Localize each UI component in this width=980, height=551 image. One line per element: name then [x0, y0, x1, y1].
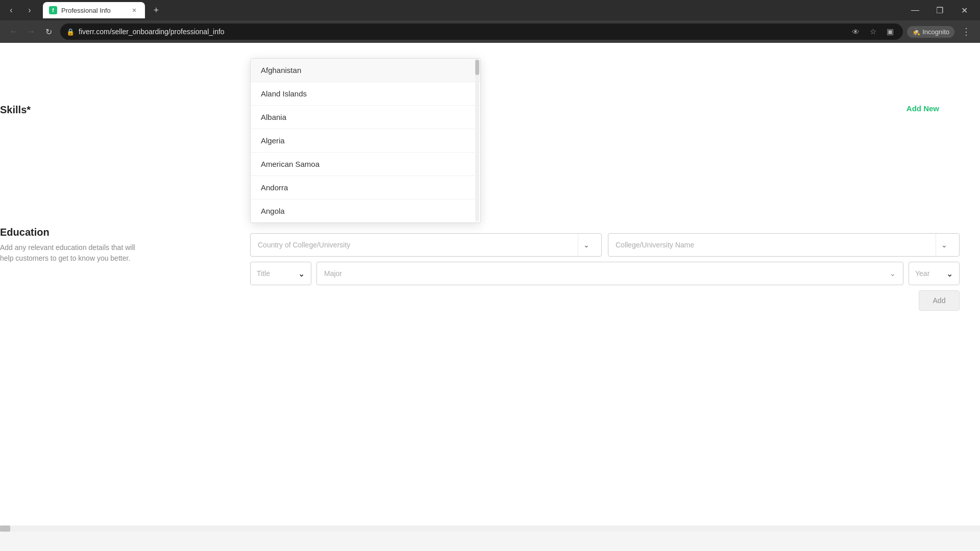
nav-back-tab[interactable]: ‹ — [4, 3, 18, 17]
country-item-andorra[interactable]: Andorra — [251, 176, 480, 199]
title-chevron-icon: ⌄ — [298, 269, 305, 279]
country-dropdown-placeholder: Country of College/University — [258, 241, 578, 249]
country-item-algeria[interactable]: Algeria — [251, 129, 480, 153]
address-bar[interactable]: 🔒 fiverr.com/seller_onboarding/professio… — [60, 23, 903, 40]
university-dropdown-chevron: ⌄ — [936, 234, 952, 256]
address-icons: 👁 ☆ ▣ — [849, 25, 897, 38]
page-content: Skills* Add New Education Add any releva… — [0, 43, 980, 532]
title-placeholder: Title — [257, 269, 294, 278]
close-button[interactable]: ✕ — [952, 2, 976, 18]
forward-button[interactable]: → — [23, 24, 39, 39]
country-item-angola[interactable]: Angola — [251, 199, 480, 222]
university-placeholder: College/University Name — [616, 241, 936, 249]
major-dropdown-chevron: ⌄ — [890, 269, 896, 278]
address-text: fiverr.com/seller_onboarding/professiona… — [79, 28, 845, 36]
major-input[interactable]: Major ⌄ — [316, 262, 903, 285]
browser-chrome: ‹ › f Professional Info × + — ❐ ✕ ← → ↻ … — [0, 0, 980, 43]
year-select[interactable]: Year ⌄ — [909, 262, 960, 285]
address-bar-row: ← → ↻ 🔒 fiverr.com/seller_onboarding/pro… — [0, 20, 980, 43]
incognito-badge[interactable]: 🕵 Incognito — [907, 26, 954, 38]
country-item-american-samoa[interactable]: American Samoa — [251, 153, 480, 176]
tab-close-button[interactable]: × — [130, 6, 139, 15]
browser-menu-button[interactable]: ⋮ — [959, 24, 974, 39]
add-new-button[interactable]: Add New — [906, 104, 939, 113]
window-controls-right: — ❐ ✕ — [903, 2, 976, 18]
active-tab[interactable]: f Professional Info × — [43, 2, 145, 18]
incognito-label: Incognito — [922, 28, 949, 36]
eye-off-icon[interactable]: 👁 — [849, 25, 862, 38]
education-title: Education — [0, 227, 143, 238]
nav-forward-tab[interactable]: › — [22, 3, 37, 17]
tab-title: Professional Info — [61, 7, 126, 14]
major-placeholder: Major — [324, 269, 342, 278]
country-list: Afghanistan Aland Islands Albania Algeri… — [251, 59, 480, 222]
dropdown-scrollbar[interactable] — [475, 60, 479, 221]
sidebar-icon[interactable]: ▣ — [884, 25, 897, 38]
nav-controls: ← → ↻ — [6, 24, 56, 39]
education-form: Country of College/University ⌄ College/… — [250, 233, 960, 311]
maximize-button[interactable]: ❐ — [928, 2, 951, 18]
dropdown-scrollbar-thumb — [475, 60, 479, 75]
country-dropdown[interactable]: Country of College/University ⌄ — [250, 233, 602, 257]
education-row-1: Country of College/University ⌄ College/… — [250, 233, 960, 257]
year-chevron-icon: ⌄ — [946, 269, 953, 279]
new-tab-button[interactable]: + — [149, 3, 163, 17]
title-bar: ‹ › f Professional Info × + — ❐ ✕ — [0, 0, 980, 20]
skills-label: Skills* — [0, 104, 31, 116]
add-button-container: Add — [250, 290, 960, 311]
country-dropdown-overlay: Afghanistan Aland Islands Albania Algeri… — [250, 58, 481, 223]
education-section: Education Add any relevant education det… — [0, 227, 143, 264]
education-row-2: Title ⌄ Major ⌄ Year ⌄ — [250, 262, 960, 285]
country-dropdown-chevron: ⌄ — [578, 234, 594, 256]
tab-favicon: f — [49, 6, 57, 14]
minimize-button[interactable]: — — [903, 2, 927, 18]
reload-button[interactable]: ↻ — [41, 24, 56, 39]
education-description: Add any relevant education details that … — [0, 242, 143, 264]
university-dropdown[interactable]: College/University Name ⌄ — [608, 233, 960, 257]
add-education-button[interactable]: Add — [919, 290, 960, 311]
incognito-icon: 🕵 — [912, 28, 920, 36]
page-scrollbar-thumb — [0, 525, 10, 532]
country-item-aland-islands[interactable]: Aland Islands — [251, 82, 480, 106]
window-controls-left: ‹ › — [4, 3, 37, 17]
lock-icon: 🔒 — [66, 28, 75, 36]
back-button[interactable]: ← — [6, 24, 21, 39]
country-item-afghanistan[interactable]: Afghanistan — [251, 59, 480, 82]
title-select[interactable]: Title ⌄ — [250, 262, 311, 285]
star-icon[interactable]: ☆ — [866, 25, 879, 38]
country-item-albania[interactable]: Albania — [251, 106, 480, 129]
page-horizontal-scrollbar[interactable] — [0, 525, 980, 532]
year-placeholder: Year — [915, 269, 942, 278]
